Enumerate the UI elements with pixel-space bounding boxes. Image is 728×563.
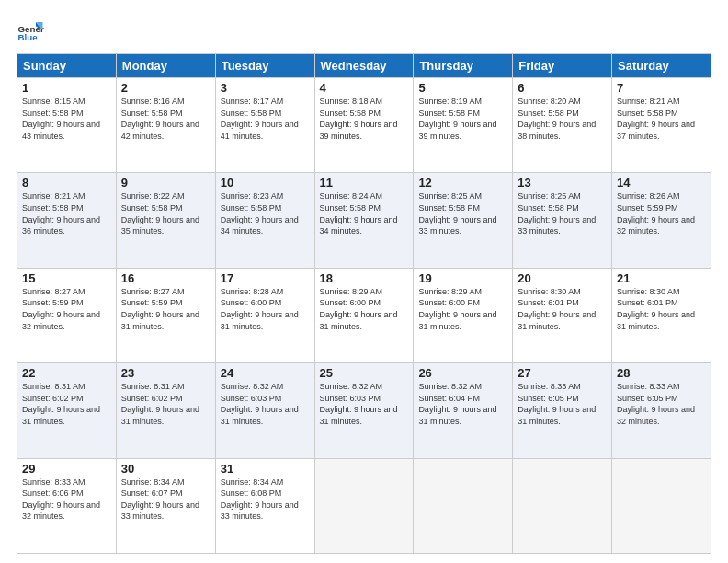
day-info: Sunrise: 8:19 AMSunset: 5:58 PMDaylight:… — [418, 96, 507, 142]
calendar-header-row: SundayMondayTuesdayWednesdayThursdayFrid… — [17, 54, 711, 78]
calendar-day-header: Tuesday — [215, 54, 314, 78]
calendar-cell: 11Sunrise: 8:24 AMSunset: 5:58 PMDayligh… — [314, 173, 414, 268]
day-number: 4 — [320, 81, 409, 95]
calendar-cell: 7Sunrise: 8:21 AMSunset: 5:58 PMDaylight… — [612, 78, 711, 173]
calendar-cell: 9Sunrise: 8:22 AMSunset: 5:58 PMDaylight… — [116, 173, 215, 268]
calendar-cell: 20Sunrise: 8:30 AMSunset: 6:01 PMDayligh… — [513, 268, 612, 362]
calendar-cell — [314, 458, 414, 553]
day-info: Sunrise: 8:33 AMSunset: 6:06 PMDaylight:… — [22, 477, 111, 523]
day-number: 3 — [221, 81, 310, 95]
calendar-day-header: Sunday — [17, 54, 117, 78]
day-info: Sunrise: 8:32 AMSunset: 6:03 PMDaylight:… — [221, 381, 310, 427]
day-number: 30 — [121, 462, 210, 476]
day-number: 31 — [221, 462, 310, 476]
day-info: Sunrise: 8:25 AMSunset: 5:58 PMDaylight:… — [518, 190, 607, 236]
day-info: Sunrise: 8:33 AMSunset: 6:05 PMDaylight:… — [518, 381, 607, 427]
calendar-cell: 27Sunrise: 8:33 AMSunset: 6:05 PMDayligh… — [513, 363, 612, 458]
calendar-cell: 6Sunrise: 8:20 AMSunset: 5:58 PMDaylight… — [513, 78, 612, 173]
calendar-cell — [612, 458, 711, 553]
calendar-cell: 28Sunrise: 8:33 AMSunset: 6:05 PMDayligh… — [612, 363, 711, 458]
day-number: 9 — [121, 176, 210, 190]
day-number: 29 — [22, 462, 111, 476]
calendar-cell: 26Sunrise: 8:32 AMSunset: 6:04 PMDayligh… — [414, 363, 513, 458]
calendar-cell: 19Sunrise: 8:29 AMSunset: 6:00 PMDayligh… — [414, 268, 513, 362]
day-info: Sunrise: 8:34 AMSunset: 6:08 PMDaylight:… — [221, 477, 310, 523]
day-info: Sunrise: 8:17 AMSunset: 5:58 PMDaylight:… — [221, 96, 310, 142]
day-info: Sunrise: 8:21 AMSunset: 5:58 PMDaylight:… — [22, 190, 111, 236]
day-info: Sunrise: 8:31 AMSunset: 6:02 PMDaylight:… — [22, 381, 111, 427]
day-info: Sunrise: 8:24 AMSunset: 5:58 PMDaylight:… — [320, 190, 409, 236]
calendar-day-header: Wednesday — [314, 54, 414, 78]
calendar-cell: 25Sunrise: 8:32 AMSunset: 6:03 PMDayligh… — [314, 363, 414, 458]
day-info: Sunrise: 8:32 AMSunset: 6:03 PMDaylight:… — [320, 381, 409, 427]
page: General Blue SundayMondayTuesdayWednesda… — [0, 0, 728, 563]
calendar-cell — [414, 458, 513, 553]
day-number: 13 — [518, 176, 607, 190]
day-info: Sunrise: 8:21 AMSunset: 5:58 PMDaylight:… — [617, 96, 706, 142]
calendar-cell: 14Sunrise: 8:26 AMSunset: 5:59 PMDayligh… — [612, 173, 711, 268]
calendar-day-header: Thursday — [414, 54, 513, 78]
calendar-week-row: 15Sunrise: 8:27 AMSunset: 5:59 PMDayligh… — [17, 268, 711, 362]
day-number: 22 — [22, 366, 111, 380]
logo-icon: General Blue — [17, 17, 44, 44]
day-number: 16 — [121, 271, 210, 285]
logo: General Blue — [17, 17, 48, 44]
day-info: Sunrise: 8:26 AMSunset: 5:59 PMDaylight:… — [617, 190, 706, 236]
calendar-cell: 17Sunrise: 8:28 AMSunset: 6:00 PMDayligh… — [215, 268, 314, 362]
day-number: 26 — [418, 366, 507, 380]
day-number: 21 — [617, 271, 706, 285]
calendar-cell: 30Sunrise: 8:34 AMSunset: 6:07 PMDayligh… — [116, 458, 215, 553]
day-info: Sunrise: 8:18 AMSunset: 5:58 PMDaylight:… — [320, 96, 409, 142]
day-info: Sunrise: 8:20 AMSunset: 5:58 PMDaylight:… — [518, 96, 607, 142]
day-info: Sunrise: 8:34 AMSunset: 6:07 PMDaylight:… — [121, 477, 210, 523]
calendar-week-row: 29Sunrise: 8:33 AMSunset: 6:06 PMDayligh… — [17, 458, 711, 553]
calendar-cell — [513, 458, 612, 553]
day-info: Sunrise: 8:29 AMSunset: 6:00 PMDaylight:… — [418, 286, 507, 332]
calendar-week-row: 1Sunrise: 8:15 AMSunset: 5:58 PMDaylight… — [17, 78, 711, 173]
calendar-cell: 23Sunrise: 8:31 AMSunset: 6:02 PMDayligh… — [116, 363, 215, 458]
day-info: Sunrise: 8:25 AMSunset: 5:58 PMDaylight:… — [418, 190, 507, 236]
calendar-cell: 12Sunrise: 8:25 AMSunset: 5:58 PMDayligh… — [414, 173, 513, 268]
calendar-day-header: Monday — [116, 54, 215, 78]
calendar-day-header: Friday — [513, 54, 612, 78]
day-number: 6 — [518, 81, 607, 95]
calendar-day-header: Saturday — [612, 54, 711, 78]
calendar-cell: 18Sunrise: 8:29 AMSunset: 6:00 PMDayligh… — [314, 268, 414, 362]
day-info: Sunrise: 8:27 AMSunset: 5:59 PMDaylight:… — [22, 286, 111, 332]
calendar-cell: 22Sunrise: 8:31 AMSunset: 6:02 PMDayligh… — [17, 363, 117, 458]
calendar-cell: 15Sunrise: 8:27 AMSunset: 5:59 PMDayligh… — [17, 268, 117, 362]
calendar-week-row: 8Sunrise: 8:21 AMSunset: 5:58 PMDaylight… — [17, 173, 711, 268]
day-info: Sunrise: 8:22 AMSunset: 5:58 PMDaylight:… — [121, 190, 210, 236]
svg-text:Blue: Blue — [18, 32, 39, 42]
day-number: 5 — [418, 81, 507, 95]
day-info: Sunrise: 8:32 AMSunset: 6:04 PMDaylight:… — [418, 381, 507, 427]
day-number: 8 — [22, 176, 111, 190]
calendar-cell: 3Sunrise: 8:17 AMSunset: 5:58 PMDaylight… — [215, 78, 314, 173]
day-info: Sunrise: 8:30 AMSunset: 6:01 PMDaylight:… — [617, 286, 706, 332]
header: General Blue — [17, 17, 711, 44]
calendar-week-row: 22Sunrise: 8:31 AMSunset: 6:02 PMDayligh… — [17, 363, 711, 458]
day-number: 20 — [518, 271, 607, 285]
day-number: 1 — [22, 81, 111, 95]
day-info: Sunrise: 8:30 AMSunset: 6:01 PMDaylight:… — [518, 286, 607, 332]
day-number: 10 — [221, 176, 310, 190]
day-number: 17 — [221, 271, 310, 285]
day-number: 7 — [617, 81, 706, 95]
day-info: Sunrise: 8:27 AMSunset: 5:59 PMDaylight:… — [121, 286, 210, 332]
calendar-cell: 5Sunrise: 8:19 AMSunset: 5:58 PMDaylight… — [414, 78, 513, 173]
day-number: 24 — [221, 366, 310, 380]
calendar: SundayMondayTuesdayWednesdayThursdayFrid… — [17, 53, 711, 554]
day-info: Sunrise: 8:28 AMSunset: 6:00 PMDaylight:… — [221, 286, 310, 332]
calendar-cell: 13Sunrise: 8:25 AMSunset: 5:58 PMDayligh… — [513, 173, 612, 268]
day-number: 23 — [121, 366, 210, 380]
calendar-cell: 21Sunrise: 8:30 AMSunset: 6:01 PMDayligh… — [612, 268, 711, 362]
day-number: 12 — [418, 176, 507, 190]
day-number: 28 — [617, 366, 706, 380]
calendar-cell: 10Sunrise: 8:23 AMSunset: 5:58 PMDayligh… — [215, 173, 314, 268]
calendar-cell: 1Sunrise: 8:15 AMSunset: 5:58 PMDaylight… — [17, 78, 117, 173]
day-number: 18 — [320, 271, 409, 285]
calendar-cell: 24Sunrise: 8:32 AMSunset: 6:03 PMDayligh… — [215, 363, 314, 458]
day-number: 25 — [320, 366, 409, 380]
calendar-cell: 2Sunrise: 8:16 AMSunset: 5:58 PMDaylight… — [116, 78, 215, 173]
day-info: Sunrise: 8:23 AMSunset: 5:58 PMDaylight:… — [221, 190, 310, 236]
